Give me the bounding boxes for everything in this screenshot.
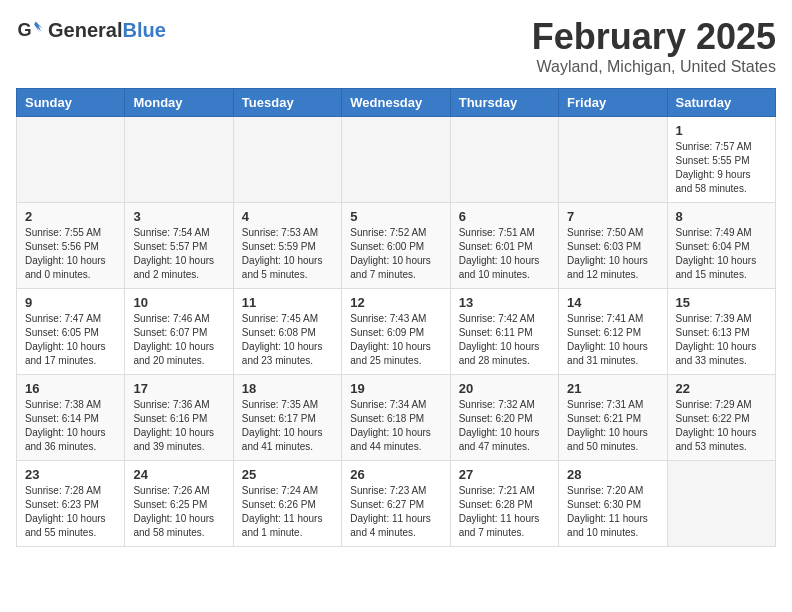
page-header: G GeneralBlue February 2025 Wayland, Mic…: [16, 16, 776, 76]
day-info: Sunrise: 7:50 AM Sunset: 6:03 PM Dayligh…: [567, 226, 658, 282]
calendar-day-21: 21Sunrise: 7:31 AM Sunset: 6:21 PM Dayli…: [559, 375, 667, 461]
title-section: February 2025 Wayland, Michigan, United …: [532, 16, 776, 76]
calendar-day-5: 5Sunrise: 7:52 AM Sunset: 6:00 PM Daylig…: [342, 203, 450, 289]
subtitle: Wayland, Michigan, United States: [532, 58, 776, 76]
day-info: Sunrise: 7:28 AM Sunset: 6:23 PM Dayligh…: [25, 484, 116, 540]
calendar-day-12: 12Sunrise: 7:43 AM Sunset: 6:09 PM Dayli…: [342, 289, 450, 375]
day-info: Sunrise: 7:54 AM Sunset: 5:57 PM Dayligh…: [133, 226, 224, 282]
calendar-day-14: 14Sunrise: 7:41 AM Sunset: 6:12 PM Dayli…: [559, 289, 667, 375]
day-number: 26: [350, 467, 441, 482]
day-number: 10: [133, 295, 224, 310]
day-number: 28: [567, 467, 658, 482]
day-info: Sunrise: 7:34 AM Sunset: 6:18 PM Dayligh…: [350, 398, 441, 454]
day-number: 20: [459, 381, 550, 396]
calendar-table: SundayMondayTuesdayWednesdayThursdayFrid…: [16, 88, 776, 547]
day-number: 27: [459, 467, 550, 482]
day-info: Sunrise: 7:29 AM Sunset: 6:22 PM Dayligh…: [676, 398, 767, 454]
calendar-day-4: 4Sunrise: 7:53 AM Sunset: 5:59 PM Daylig…: [233, 203, 341, 289]
calendar-day-23: 23Sunrise: 7:28 AM Sunset: 6:23 PM Dayli…: [17, 461, 125, 547]
day-number: 18: [242, 381, 333, 396]
day-info: Sunrise: 7:32 AM Sunset: 6:20 PM Dayligh…: [459, 398, 550, 454]
day-info: Sunrise: 7:36 AM Sunset: 6:16 PM Dayligh…: [133, 398, 224, 454]
day-info: Sunrise: 7:47 AM Sunset: 6:05 PM Dayligh…: [25, 312, 116, 368]
day-info: Sunrise: 7:46 AM Sunset: 6:07 PM Dayligh…: [133, 312, 224, 368]
calendar-day-13: 13Sunrise: 7:42 AM Sunset: 6:11 PM Dayli…: [450, 289, 558, 375]
day-info: Sunrise: 7:24 AM Sunset: 6:26 PM Dayligh…: [242, 484, 333, 540]
day-number: 11: [242, 295, 333, 310]
day-number: 4: [242, 209, 333, 224]
logo-icon: G: [16, 16, 44, 44]
day-number: 17: [133, 381, 224, 396]
main-title: February 2025: [532, 16, 776, 58]
calendar-day-16: 16Sunrise: 7:38 AM Sunset: 6:14 PM Dayli…: [17, 375, 125, 461]
calendar-day-8: 8Sunrise: 7:49 AM Sunset: 6:04 PM Daylig…: [667, 203, 775, 289]
day-info: Sunrise: 7:55 AM Sunset: 5:56 PM Dayligh…: [25, 226, 116, 282]
calendar-day-20: 20Sunrise: 7:32 AM Sunset: 6:20 PM Dayli…: [450, 375, 558, 461]
logo-blue: Blue: [122, 19, 165, 41]
weekday-header-saturday: Saturday: [667, 89, 775, 117]
calendar-week-row: 1Sunrise: 7:57 AM Sunset: 5:55 PM Daylig…: [17, 117, 776, 203]
weekday-header-monday: Monday: [125, 89, 233, 117]
empty-day: [342, 117, 450, 203]
day-info: Sunrise: 7:43 AM Sunset: 6:09 PM Dayligh…: [350, 312, 441, 368]
day-info: Sunrise: 7:51 AM Sunset: 6:01 PM Dayligh…: [459, 226, 550, 282]
calendar-day-18: 18Sunrise: 7:35 AM Sunset: 6:17 PM Dayli…: [233, 375, 341, 461]
day-info: Sunrise: 7:23 AM Sunset: 6:27 PM Dayligh…: [350, 484, 441, 540]
weekday-header-row: SundayMondayTuesdayWednesdayThursdayFrid…: [17, 89, 776, 117]
day-info: Sunrise: 7:26 AM Sunset: 6:25 PM Dayligh…: [133, 484, 224, 540]
day-info: Sunrise: 7:45 AM Sunset: 6:08 PM Dayligh…: [242, 312, 333, 368]
calendar-week-row: 23Sunrise: 7:28 AM Sunset: 6:23 PM Dayli…: [17, 461, 776, 547]
calendar-day-25: 25Sunrise: 7:24 AM Sunset: 6:26 PM Dayli…: [233, 461, 341, 547]
day-info: Sunrise: 7:42 AM Sunset: 6:11 PM Dayligh…: [459, 312, 550, 368]
day-info: Sunrise: 7:53 AM Sunset: 5:59 PM Dayligh…: [242, 226, 333, 282]
calendar-day-19: 19Sunrise: 7:34 AM Sunset: 6:18 PM Dayli…: [342, 375, 450, 461]
day-number: 5: [350, 209, 441, 224]
empty-day: [450, 117, 558, 203]
day-number: 15: [676, 295, 767, 310]
calendar-day-11: 11Sunrise: 7:45 AM Sunset: 6:08 PM Dayli…: [233, 289, 341, 375]
day-number: 16: [25, 381, 116, 396]
day-info: Sunrise: 7:20 AM Sunset: 6:30 PM Dayligh…: [567, 484, 658, 540]
empty-day: [17, 117, 125, 203]
calendar-week-row: 2Sunrise: 7:55 AM Sunset: 5:56 PM Daylig…: [17, 203, 776, 289]
weekday-header-sunday: Sunday: [17, 89, 125, 117]
calendar-day-7: 7Sunrise: 7:50 AM Sunset: 6:03 PM Daylig…: [559, 203, 667, 289]
day-number: 6: [459, 209, 550, 224]
day-number: 1: [676, 123, 767, 138]
day-number: 9: [25, 295, 116, 310]
calendar-day-3: 3Sunrise: 7:54 AM Sunset: 5:57 PM Daylig…: [125, 203, 233, 289]
day-number: 23: [25, 467, 116, 482]
day-info: Sunrise: 7:35 AM Sunset: 6:17 PM Dayligh…: [242, 398, 333, 454]
calendar-day-22: 22Sunrise: 7:29 AM Sunset: 6:22 PM Dayli…: [667, 375, 775, 461]
weekday-header-thursday: Thursday: [450, 89, 558, 117]
day-number: 21: [567, 381, 658, 396]
day-info: Sunrise: 7:39 AM Sunset: 6:13 PM Dayligh…: [676, 312, 767, 368]
day-info: Sunrise: 7:38 AM Sunset: 6:14 PM Dayligh…: [25, 398, 116, 454]
empty-day: [125, 117, 233, 203]
day-info: Sunrise: 7:21 AM Sunset: 6:28 PM Dayligh…: [459, 484, 550, 540]
day-info: Sunrise: 7:49 AM Sunset: 6:04 PM Dayligh…: [676, 226, 767, 282]
svg-text:G: G: [17, 20, 31, 40]
day-number: 13: [459, 295, 550, 310]
calendar-day-10: 10Sunrise: 7:46 AM Sunset: 6:07 PM Dayli…: [125, 289, 233, 375]
weekday-header-tuesday: Tuesday: [233, 89, 341, 117]
logo: G GeneralBlue: [16, 16, 166, 44]
day-number: 2: [25, 209, 116, 224]
day-number: 25: [242, 467, 333, 482]
calendar-day-1: 1Sunrise: 7:57 AM Sunset: 5:55 PM Daylig…: [667, 117, 775, 203]
calendar-day-27: 27Sunrise: 7:21 AM Sunset: 6:28 PM Dayli…: [450, 461, 558, 547]
day-number: 22: [676, 381, 767, 396]
day-number: 3: [133, 209, 224, 224]
weekday-header-wednesday: Wednesday: [342, 89, 450, 117]
day-info: Sunrise: 7:31 AM Sunset: 6:21 PM Dayligh…: [567, 398, 658, 454]
day-number: 12: [350, 295, 441, 310]
empty-day: [233, 117, 341, 203]
calendar-day-6: 6Sunrise: 7:51 AM Sunset: 6:01 PM Daylig…: [450, 203, 558, 289]
empty-day: [559, 117, 667, 203]
calendar-day-17: 17Sunrise: 7:36 AM Sunset: 6:16 PM Dayli…: [125, 375, 233, 461]
calendar-day-2: 2Sunrise: 7:55 AM Sunset: 5:56 PM Daylig…: [17, 203, 125, 289]
calendar-week-row: 16Sunrise: 7:38 AM Sunset: 6:14 PM Dayli…: [17, 375, 776, 461]
day-number: 7: [567, 209, 658, 224]
svg-marker-1: [34, 22, 42, 33]
day-number: 24: [133, 467, 224, 482]
